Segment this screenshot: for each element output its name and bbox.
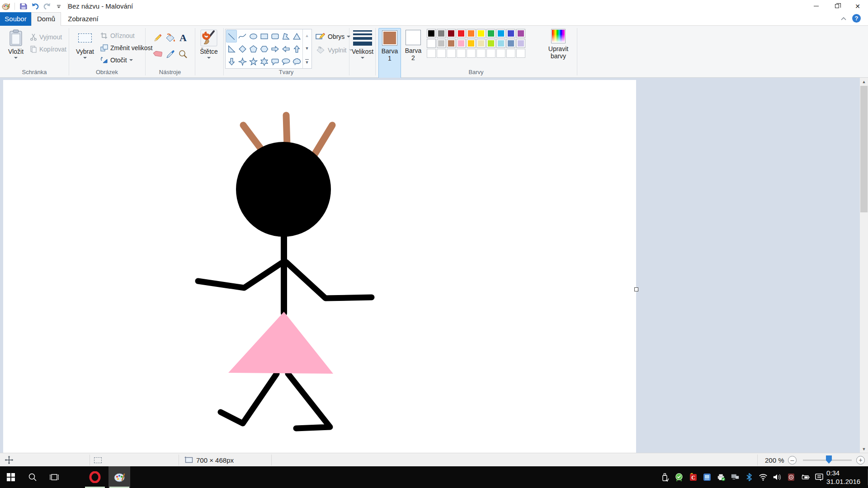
palette-color-swatch[interactable] [496, 39, 505, 48]
palette-empty-slot[interactable] [457, 49, 466, 58]
shape-star-6[interactable] [259, 55, 269, 68]
palette-color-swatch[interactable] [437, 29, 446, 38]
shape-arrow-left[interactable] [280, 42, 291, 55]
palette-color-swatch[interactable] [427, 39, 436, 48]
size-button[interactable]: Velikost [351, 28, 374, 59]
minimize-button[interactable] [806, 0, 826, 12]
palette-color-swatch[interactable] [467, 29, 476, 38]
shape-star-5[interactable] [248, 55, 259, 68]
shape-hexagon[interactable] [259, 42, 269, 55]
palette-color-swatch[interactable] [486, 29, 495, 38]
crop-button[interactable]: Oříznout [100, 30, 135, 41]
palette-color-swatch[interactable] [476, 29, 486, 38]
palette-empty-slot[interactable] [506, 49, 515, 58]
rotate-button[interactable]: Otočit [100, 55, 133, 66]
antivirus-badge-icon[interactable] [675, 473, 684, 482]
notifications-icon[interactable] [815, 473, 824, 482]
shapes-scroll-up[interactable]: ▲ [303, 29, 311, 42]
edit-colors-button[interactable]: Upravit barvy [544, 29, 572, 60]
tab-file[interactable]: Soubor [0, 12, 31, 26]
shape-arrow-up[interactable] [291, 42, 302, 55]
cut-button[interactable]: Vyjmout [30, 32, 62, 42]
pencil-tool[interactable] [152, 31, 164, 45]
eraser-tool[interactable] [152, 47, 164, 61]
display-icon[interactable] [731, 473, 740, 482]
vertical-scrollbar[interactable]: ▲ ▼ [860, 78, 868, 453]
magnifier-tool[interactable] [177, 47, 189, 61]
shape-star-4[interactable] [237, 55, 248, 68]
palette-empty-slot[interactable] [427, 49, 436, 58]
graphics-settings-icon[interactable] [703, 473, 712, 482]
bluetooth-icon[interactable] [745, 473, 754, 482]
palette-empty-slot[interactable] [467, 49, 476, 58]
scrollbar-thumb[interactable] [860, 86, 868, 212]
shapes-expand-gallery[interactable]: ▼ [303, 55, 311, 68]
usb-device-icon[interactable] [660, 473, 670, 482]
paste-button[interactable]: Vložit [4, 28, 28, 59]
volume-icon[interactable] [773, 473, 782, 482]
brushes-button[interactable]: Štětce [196, 28, 222, 59]
palette-color-swatch[interactable] [476, 39, 486, 48]
taskbar-search-button[interactable] [22, 466, 43, 488]
shapes-scroll-down[interactable]: ▼ [303, 42, 311, 55]
shape-polygon[interactable] [280, 30, 291, 42]
taskbar-clock[interactable]: 0:34 31.01.2016 [826, 469, 860, 486]
shape-callout-rounded[interactable] [269, 55, 280, 68]
palette-color-swatch[interactable] [447, 29, 456, 38]
wifi-icon[interactable] [759, 473, 768, 482]
palette-empty-slot[interactable] [486, 49, 495, 58]
start-button[interactable] [0, 466, 22, 488]
color-picker-tool[interactable] [165, 47, 176, 61]
palette-empty-slot[interactable] [447, 49, 456, 58]
printer-icon[interactable] [717, 473, 726, 482]
taskbar-opera-button[interactable] [84, 466, 106, 488]
help-button[interactable]: ? [852, 14, 861, 23]
shape-rounded-rectangle[interactable] [269, 30, 280, 42]
redo-button[interactable] [41, 1, 53, 11]
zoom-slider-thumb[interactable] [826, 455, 832, 464]
shape-right-triangle[interactable] [226, 42, 237, 55]
fill-shape-button[interactable]: Vyplnit [316, 45, 353, 56]
undo-button[interactable] [29, 1, 41, 11]
zoom-in-button[interactable]: + [856, 456, 865, 465]
palette-color-swatch[interactable] [516, 29, 525, 38]
shape-pentagon[interactable] [248, 42, 259, 55]
shape-arrow-right[interactable] [269, 42, 280, 55]
battery-icon[interactable] [801, 473, 810, 482]
taskbar-paint-button[interactable] [108, 466, 130, 488]
palette-color-swatch[interactable] [427, 29, 436, 38]
palette-color-swatch[interactable] [486, 39, 495, 48]
copy-button[interactable]: Kopírovat [30, 44, 66, 55]
paint-app-icon[interactable] [0, 1, 12, 11]
canvas-resize-handle[interactable] [634, 287, 638, 291]
recorder-icon[interactable] [787, 473, 796, 482]
palette-color-swatch[interactable] [516, 39, 525, 48]
resize-button[interactable]: Změnit velikost [100, 42, 152, 53]
palette-color-swatch[interactable] [506, 39, 515, 48]
outline-button[interactable]: Obrys [316, 31, 350, 42]
comodo-icon[interactable]: C [689, 473, 698, 482]
palette-color-swatch[interactable] [496, 29, 505, 38]
shape-callout-cloud[interactable] [291, 55, 302, 68]
qat-customize-button[interactable] [53, 1, 65, 11]
tab-home[interactable]: Domů [31, 12, 61, 26]
shape-rectangle[interactable] [259, 30, 269, 42]
scroll-up-arrow[interactable]: ▲ [860, 78, 868, 85]
palette-empty-slot[interactable] [516, 49, 525, 58]
zoom-out-button[interactable]: – [788, 456, 797, 465]
palette-color-swatch[interactable] [437, 39, 446, 48]
shape-callout-oval[interactable] [280, 55, 291, 68]
close-button[interactable]: ✕ [847, 0, 868, 12]
fill-tool[interactable] [165, 31, 176, 45]
palette-color-swatch[interactable] [457, 39, 466, 48]
restore-button[interactable] [826, 0, 847, 12]
palette-color-swatch[interactable] [506, 29, 515, 38]
palette-empty-slot[interactable] [476, 49, 486, 58]
palette-color-swatch[interactable] [447, 39, 456, 48]
palette-color-swatch[interactable] [467, 39, 476, 48]
palette-empty-slot[interactable] [437, 49, 446, 58]
shape-triangle[interactable] [291, 30, 302, 42]
save-button[interactable] [18, 1, 29, 11]
shape-arrow-down[interactable] [226, 55, 237, 68]
collapse-ribbon-button[interactable] [839, 14, 848, 23]
